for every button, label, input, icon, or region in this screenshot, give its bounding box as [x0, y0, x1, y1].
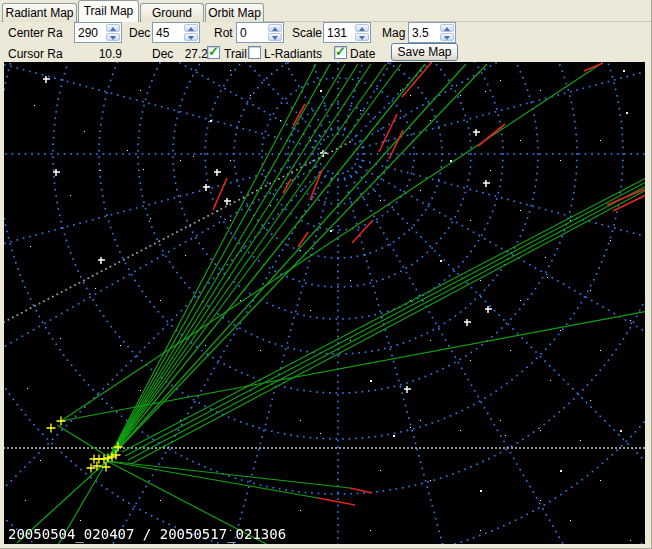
tab-ground-map[interactable]: Ground Map — [140, 3, 204, 22]
date-checkbox-label[interactable]: Date — [350, 47, 375, 61]
l-radiants-checkbox[interactable] — [248, 46, 261, 59]
center-ra-spinbox[interactable]: 290 — [74, 22, 122, 43]
check-icon: ✓ — [335, 44, 346, 59]
center-ra-label: Center Ra — [8, 26, 63, 40]
spin-up-button[interactable] — [184, 24, 198, 32]
center-ra-spin-buttons — [106, 24, 120, 41]
dec-label: Dec — [129, 26, 150, 40]
tab-strip: Radiant Map Trail Map Ground Map Orbit M… — [0, 0, 652, 22]
spin-down-button[interactable] — [268, 33, 282, 41]
trail-map-panel: 20050504_020407 / 20050517_021306 — [4, 62, 645, 544]
dec-spinbox[interactable]: 45 — [152, 22, 200, 43]
spin-up-button[interactable] — [440, 24, 454, 32]
spin-down-button[interactable] — [184, 33, 198, 41]
scale-label: Scale — [292, 26, 322, 40]
dec-value[interactable]: 45 — [156, 26, 169, 40]
tab-radiant-map[interactable]: Radiant Map — [2, 3, 77, 22]
scale-spinbox[interactable]: 131 — [323, 22, 371, 43]
spin-down-button[interactable] — [440, 33, 454, 41]
spin-down-button[interactable] — [355, 33, 369, 41]
mag-value[interactable]: 3.5 — [412, 26, 429, 40]
rot-label: Rot — [214, 26, 233, 40]
status-toolbar: Cursor Ra 10.9 Dec 27.2 ✓ Trail L-Radian… — [0, 45, 652, 62]
mag-spinbox[interactable]: 3.5 — [408, 22, 456, 43]
tab-orbit-map[interactable]: Orbit Map — [205, 3, 264, 22]
check-icon: ✓ — [208, 44, 219, 59]
observation-date-range: 20050504_020407 / 20050517_021306 — [8, 526, 286, 542]
triangle-up-icon — [359, 27, 365, 31]
map-settings-toolbar: Center Ra 290 Dec 45 Rot 0 Scale — [0, 22, 652, 47]
cursor-dec-label: Dec — [152, 47, 173, 61]
l-radiants-checkbox-label[interactable]: L-Radiants — [264, 47, 322, 61]
triangle-down-icon — [444, 36, 450, 40]
triangle-up-icon — [444, 27, 450, 31]
triangle-up-icon — [110, 27, 116, 31]
triangle-up-icon — [272, 27, 278, 31]
cursor-ra-value: 10.9 — [94, 47, 122, 61]
date-checkbox[interactable]: ✓ — [334, 46, 347, 59]
trail-checkbox[interactable]: ✓ — [207, 46, 220, 59]
spin-up-button[interactable] — [355, 24, 369, 32]
rot-value[interactable]: 0 — [240, 26, 247, 40]
triangle-down-icon — [272, 36, 278, 40]
spin-up-button[interactable] — [268, 24, 282, 32]
app-window: Radiant Map Trail Map Ground Map Orbit M… — [0, 0, 652, 549]
rot-spinbox[interactable]: 0 — [236, 22, 284, 43]
tab-trail-map[interactable]: Trail Map — [78, 0, 139, 22]
trail-checkbox-label[interactable]: Trail — [224, 47, 247, 61]
spin-down-button[interactable] — [106, 33, 120, 41]
scale-spin-buttons — [355, 24, 369, 41]
triangle-down-icon — [110, 36, 116, 40]
rot-spin-buttons — [268, 24, 282, 41]
mag-label: Mag — [382, 26, 405, 40]
triangle-up-icon — [188, 27, 194, 31]
cursor-ra-label: Cursor Ra — [8, 47, 63, 61]
scale-value[interactable]: 131 — [327, 26, 347, 40]
triangle-down-icon — [188, 36, 194, 40]
save-map-button[interactable]: Save Map — [391, 43, 458, 61]
triangle-down-icon — [359, 36, 365, 40]
spin-up-button[interactable] — [106, 24, 120, 32]
center-ra-value[interactable]: 290 — [78, 26, 98, 40]
dec-spin-buttons — [184, 24, 198, 41]
cursor-dec-value: 27.2 — [180, 47, 208, 61]
trail-map-canvas[interactable] — [4, 62, 645, 544]
mag-spin-buttons — [440, 24, 454, 41]
